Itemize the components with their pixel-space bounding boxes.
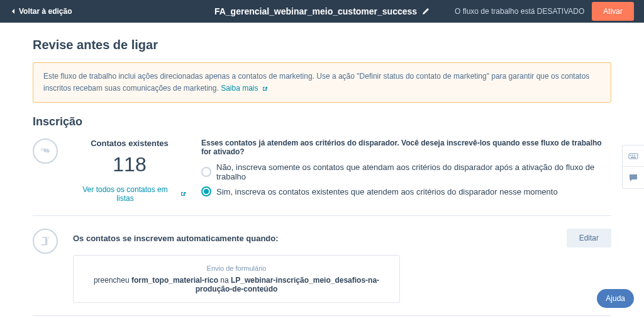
keyboard-icon [628,151,638,161]
scroll-icon-circle [33,229,58,254]
enroll-question-col: Esses contatos já atendem aos critérios … [201,139,611,203]
topbar: Voltar à edição FA_gerencial_webinar_mei… [0,0,644,23]
topbar-right: O fluxo de trabalho está DESATIVADO Ativ… [455,2,634,21]
workflow-title: FA_gerencial_webinar_meio_customer_succe… [214,6,417,16]
auto-enroll-block: Os contatos se inscrevem automaticamente… [33,229,611,303]
trigger-description: preencheu form_topo_material-rico na LP_… [86,276,387,293]
auto-enroll-header-text: Os contatos se inscrevem automaticamente… [73,234,279,243]
trigger-box: Envio de formulário preencheu form_topo_… [73,255,400,303]
notice-learn-more-link[interactable]: Saiba mais [221,84,268,93]
external-link-icon [262,86,268,92]
chat-icon [628,173,638,183]
radio-checked-icon [201,186,211,196]
back-to-edit-link[interactable]: Voltar à edição [10,7,72,16]
enroll-question: Esses contatos já atendem aos critérios … [201,139,611,156]
notice-text: Este fluxo de trabalho inclui ações dire… [43,72,589,93]
svg-rect-3 [634,155,635,156]
back-label: Voltar à edição [19,7,72,16]
divider [33,215,611,216]
workflow-title-wrap: FA_gerencial_webinar_meio_customer_succe… [214,6,430,16]
svg-rect-4 [631,157,636,158]
divider [33,315,611,316]
help-button[interactable]: Ajuda [597,289,634,308]
side-tools [622,145,644,189]
trigger-title: Envio de formulário [86,264,387,272]
radio-unchecked-icon [201,167,211,177]
chevron-left-icon [10,8,16,14]
scroll-icon [39,235,52,247]
pencil-icon[interactable] [422,8,430,15]
existing-contacts-col: Contatos existentes 118 Ver todos os con… [73,139,186,203]
auto-enroll-edit-button[interactable]: Editar [567,229,611,247]
external-link-icon [180,191,186,197]
page-title: Revise antes de ligar [33,38,611,52]
handshake-icon-circle [33,139,58,164]
svg-rect-0 [629,154,638,159]
existing-contacts-label: Contatos existentes [73,139,186,148]
auto-enroll-body: Os contatos se inscrevem automaticamente… [73,229,611,303]
handshake-icon [39,145,52,157]
enroll-option-no[interactable]: Não, inscreva somente os contatos que at… [201,162,611,181]
existing-contacts-count: 118 [73,153,186,176]
marketing-notice: Este fluxo de trabalho inclui ações dire… [33,62,611,103]
svg-rect-1 [630,155,631,156]
auto-enroll-header: Os contatos se inscrevem automaticamente… [73,229,611,247]
workflow-status: O fluxo de trabalho está DESATIVADO [455,7,584,16]
svg-rect-2 [632,155,633,156]
side-tool-keyboard[interactable] [623,145,644,167]
view-all-contacts-link[interactable]: Ver todos os contatos em listas [73,185,186,203]
main-container: Revise antes de ligar Este fluxo de trab… [33,23,611,318]
enroll-option-yes[interactable]: Sim, inscreva os contatos existentes que… [201,186,611,196]
enrollment-section-title: Inscrição [33,115,611,128]
activate-button[interactable]: Ativar [592,2,634,21]
enrollment-row: Contatos existentes 118 Ver todos os con… [33,139,611,203]
side-tool-chat[interactable] [623,167,644,188]
